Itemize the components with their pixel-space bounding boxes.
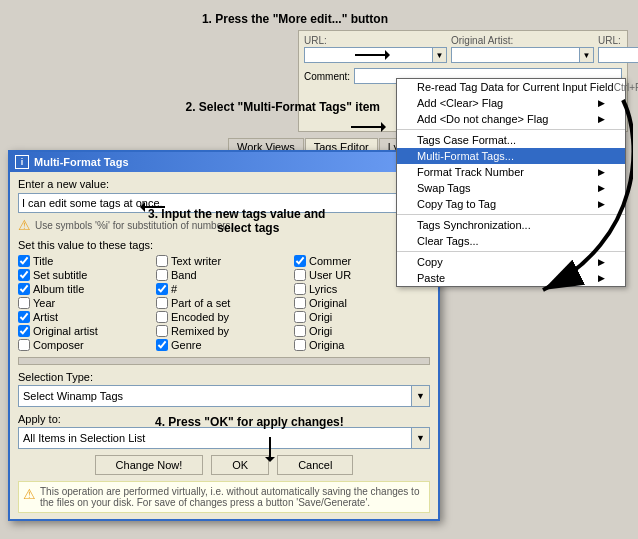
selection-type-arrow[interactable]: ▼ xyxy=(411,386,429,406)
checkbox-title[interactable]: Title xyxy=(18,255,154,267)
step1-label: 1. Press the "More edit..." button xyxy=(202,12,388,26)
curved-arrow-svg xyxy=(513,90,633,320)
checkbox-original-artist[interactable]: Original artist xyxy=(18,325,154,337)
checkbox-set-subtitle[interactable]: Set subtitle xyxy=(18,269,154,281)
svg-marker-4 xyxy=(381,122,386,132)
checkbox-part-of-set[interactable]: Part of a set xyxy=(156,297,292,309)
checkbox-artist[interactable]: Artist xyxy=(18,311,154,323)
info-row: ⚠ This operation are performed virtually… xyxy=(18,481,430,513)
checkbox-original[interactable]: Original xyxy=(294,297,430,309)
horizontal-scrollbar[interactable] xyxy=(18,357,430,365)
url2-input[interactable] xyxy=(598,47,638,63)
checkbox-encoded-by[interactable]: Encoded by xyxy=(156,311,292,323)
enter-label: Enter a new value: xyxy=(18,178,430,190)
dialog-titlebar: i Multi-Format Tags ✕ xyxy=(10,152,438,172)
info-icon: ⚠ xyxy=(23,486,36,502)
step2-label: 2. Select "Multi-Format Tags" item xyxy=(185,100,380,114)
selection-type-section: Selection Type: Select Winamp Tags ▼ xyxy=(18,371,430,407)
dialog-title: i Multi-Format Tags xyxy=(15,155,129,169)
checkbox-year[interactable]: Year xyxy=(18,297,154,309)
checkbox-album-title[interactable]: Album title xyxy=(18,283,154,295)
multi-format-dialog: i Multi-Format Tags ✕ Enter a new value:… xyxy=(8,150,440,521)
checkboxes-grid: Title Text writer Commer Set subtitle Ba… xyxy=(18,255,430,351)
arrow2-svg xyxy=(346,117,386,137)
svg-marker-6 xyxy=(140,202,145,212)
orig-artist-dropdown[interactable]: ▼ xyxy=(580,47,594,63)
svg-marker-2 xyxy=(385,50,390,60)
checkbox-band[interactable]: Band xyxy=(156,269,292,281)
url2-label: URL: xyxy=(598,35,638,46)
dialog-icon: i xyxy=(15,155,29,169)
comment-label: Comment: xyxy=(304,71,350,82)
checkbox-composer[interactable]: Composer xyxy=(18,339,154,351)
arrow4-svg xyxy=(260,432,280,462)
cancel-button[interactable]: Cancel xyxy=(277,455,353,475)
checkbox-genre[interactable]: Genre xyxy=(156,339,292,351)
checkbox-origina[interactable]: Origina xyxy=(294,339,430,351)
step4-label: 4. Press "OK" for apply changes! xyxy=(155,415,344,429)
arrow3-svg xyxy=(140,197,170,217)
selection-type-select[interactable]: Select Winamp Tags ▼ xyxy=(18,385,430,407)
apply-to-select[interactable]: All Items in Selection List ▼ xyxy=(18,427,430,449)
change-now-button[interactable]: Change Now! xyxy=(95,455,204,475)
checkbox-hash[interactable]: # xyxy=(156,283,292,295)
orig-artist-label: Original Artist: xyxy=(451,35,594,46)
checkbox-origi2[interactable]: Origi xyxy=(294,325,430,337)
checkbox-origi[interactable]: Origi xyxy=(294,311,430,323)
button-row: Change Now! OK Cancel xyxy=(18,455,430,475)
orig-artist-input[interactable] xyxy=(451,47,580,63)
checkbox-text-writer[interactable]: Text writer xyxy=(156,255,292,267)
set-label: Set this value to these tags: xyxy=(18,239,430,251)
arrow1-svg xyxy=(350,45,390,65)
url-dropdown[interactable]: ▼ xyxy=(433,47,447,63)
apply-to-arrow[interactable]: ▼ xyxy=(411,428,429,448)
step3-label: 3. Input the new tags value and select t… xyxy=(148,207,325,235)
checkbox-remixed-by[interactable]: Remixed by xyxy=(156,325,292,337)
svg-marker-8 xyxy=(265,457,275,462)
warning-icon: ⚠ xyxy=(18,217,31,233)
selection-type-label: Selection Type: xyxy=(18,371,430,383)
